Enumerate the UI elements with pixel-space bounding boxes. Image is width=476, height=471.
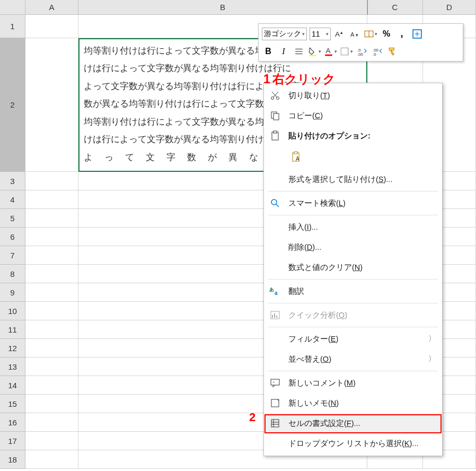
menu-format-cells[interactable]: セルの書式設定(F)... — [264, 413, 442, 433]
svg-text:▴: ▴ — [340, 30, 343, 35]
toolbar-row-2: B I ▾ A▾ ▾ .0.00 .00.0 — [262, 43, 460, 59]
row-header-4[interactable]: 4 — [0, 190, 25, 209]
bold-button[interactable]: B — [262, 45, 275, 58]
row-header-16[interactable]: 16 — [0, 413, 25, 432]
conditional-format-button[interactable] — [411, 27, 424, 41]
borders-button[interactable]: ▾ — [340, 45, 353, 58]
cell-A1[interactable] — [25, 15, 78, 38]
menu-filter[interactable]: フィルター(E) 〉 — [264, 329, 442, 349]
menu-separator — [268, 303, 438, 303]
decrease-decimal-button[interactable]: .00.0 — [371, 45, 384, 58]
cell-line: けは行によって文字数が異なる均等割り付けは行に — [84, 63, 291, 73]
context-menu: 切り取り(T) コピー(C) 貼り付けのオプション: A 形式を選択して貼り付け… — [263, 83, 443, 456]
menu-copy[interactable]: コピー(C) — [264, 106, 442, 126]
cell[interactable] — [25, 413, 78, 432]
decrease-font-button[interactable]: A▾ — [349, 27, 362, 41]
row-header-13[interactable]: 13 — [0, 357, 25, 376]
cell[interactable] — [25, 190, 78, 209]
menu-clear[interactable]: 数式と値のクリア(N) — [264, 257, 442, 277]
blank-icon — [268, 172, 282, 186]
col-divider — [367, 0, 368, 15]
percent-button[interactable]: % — [380, 27, 393, 41]
cell-line: けは行によって文字数が異なる均等割り付けは行に — [84, 134, 291, 144]
svg-point-21 — [277, 97, 279, 100]
row-header-6[interactable]: 6 — [0, 228, 25, 246]
row-header-7[interactable]: 7 — [0, 246, 25, 265]
row-header-17[interactable]: 17 — [0, 432, 25, 450]
cell[interactable] — [25, 172, 78, 190]
svg-text:A: A — [325, 47, 330, 55]
italic-button[interactable]: I — [277, 45, 290, 58]
row-header-15[interactable]: 15 — [0, 395, 25, 413]
menu-separator — [268, 327, 438, 327]
align-button[interactable] — [293, 45, 305, 58]
row-header-5[interactable]: 5 — [0, 209, 25, 228]
comma-button[interactable]: , — [395, 27, 408, 41]
font-family-select[interactable]: 游ゴシック▾ — [262, 28, 307, 40]
menu-new-note[interactable]: 新しいメモ(N) — [264, 393, 442, 413]
menu-quick-analysis: クイック分析(Q) — [264, 305, 442, 325]
svg-text:▾: ▾ — [356, 32, 358, 37]
row-header-2[interactable]: 2 — [0, 38, 25, 172]
col-header-D[interactable]: D — [423, 0, 476, 15]
cell[interactable] — [25, 376, 78, 395]
menu-new-comment[interactable]: + 新しいコメント(M) — [264, 373, 442, 393]
menu-dropdown-pick[interactable]: ドロップダウン リストから選択(K)... — [264, 433, 442, 453]
cell[interactable] — [25, 357, 78, 376]
row-header-3[interactable]: 3 — [0, 172, 25, 190]
svg-rect-41 — [271, 399, 279, 407]
svg-text:あ: あ — [269, 287, 274, 292]
svg-rect-25 — [274, 114, 279, 120]
row-header-11[interactable]: 11 — [0, 320, 25, 339]
cell[interactable] — [25, 246, 78, 265]
paste-default-button[interactable]: A — [288, 149, 305, 166]
menu-label: コピー(C) — [288, 111, 436, 121]
col-header-B[interactable]: B — [78, 0, 367, 15]
merge-button[interactable]: ▾ — [364, 27, 377, 41]
col-header-C[interactable]: C — [367, 0, 423, 15]
blank-icon — [268, 352, 282, 366]
font-size-select[interactable]: 11▾ — [310, 28, 331, 40]
cell[interactable] — [25, 339, 78, 357]
menu-label: 新しいコメント(M) — [288, 378, 436, 388]
menu-delete[interactable]: 削除(D)... — [264, 237, 442, 257]
quick-analysis-icon — [268, 308, 282, 322]
cell[interactable] — [25, 228, 78, 246]
cell[interactable] — [25, 283, 78, 302]
fill-color-button[interactable]: ▾ — [308, 45, 321, 58]
cell[interactable] — [25, 450, 78, 469]
increase-font-button[interactable]: A▴ — [333, 27, 346, 41]
menu-translate[interactable]: あa 翻訳 — [264, 281, 442, 301]
select-all-corner[interactable] — [0, 0, 25, 15]
col-header-A[interactable]: A — [25, 0, 78, 15]
row-header-1[interactable]: 1 — [0, 15, 25, 38]
row-header-14[interactable]: 14 — [0, 376, 25, 395]
cell-A2[interactable] — [25, 38, 78, 172]
row-header-18[interactable]: 18 — [0, 450, 25, 469]
svg-text:A: A — [296, 156, 299, 162]
menu-label: 挿入(I)... — [288, 222, 436, 232]
cell[interactable] — [25, 432, 78, 450]
paste-options-row: A — [264, 146, 442, 169]
cell[interactable] — [25, 302, 78, 320]
increase-decimal-button[interactable]: .0.00 — [356, 45, 368, 58]
font-color-button[interactable]: A▾ — [324, 45, 337, 58]
menu-cut[interactable]: 切り取り(T) — [264, 85, 442, 106]
menu-smart-lookup[interactable]: スマート検索(L) — [264, 193, 442, 213]
cell[interactable] — [25, 395, 78, 413]
chevron-down-icon: ▾ — [319, 49, 321, 54]
row-header-9[interactable]: 9 — [0, 283, 25, 302]
cell[interactable] — [25, 320, 78, 339]
row-header-12[interactable]: 12 — [0, 339, 25, 357]
format-painter-button[interactable] — [386, 45, 399, 58]
menu-insert[interactable]: 挿入(I)... — [264, 217, 442, 237]
svg-text:.00: .00 — [357, 51, 364, 56]
row-header-8[interactable]: 8 — [0, 265, 25, 283]
cell[interactable] — [25, 209, 78, 228]
menu-paste-special[interactable]: 形式を選択して貼り付け(S)... — [264, 169, 442, 189]
menu-sort[interactable]: 並べ替え(O) 〉 — [264, 349, 442, 369]
cell[interactable] — [25, 265, 78, 283]
svg-point-31 — [271, 199, 277, 205]
menu-separator — [268, 279, 438, 280]
row-header-10[interactable]: 10 — [0, 302, 25, 320]
